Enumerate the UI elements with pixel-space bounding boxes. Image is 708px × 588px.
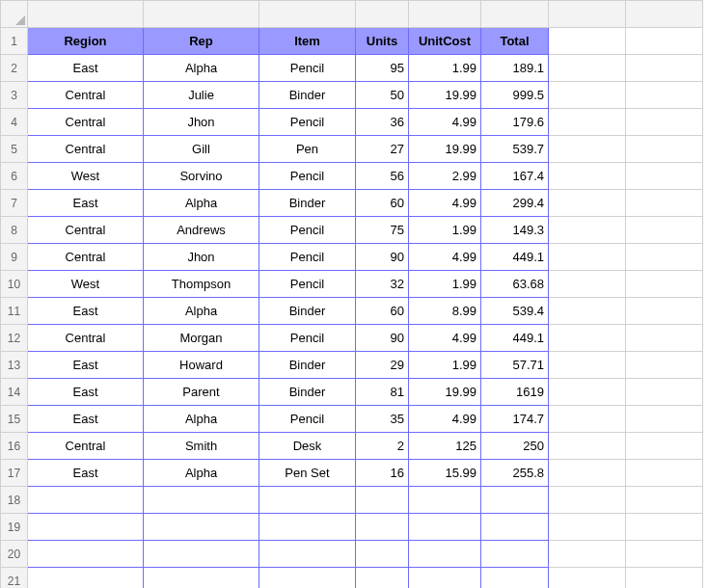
data-cell[interactable]: Alpha [144, 190, 259, 217]
empty-data-cell[interactable] [481, 487, 549, 514]
data-cell[interactable]: 95 [356, 55, 409, 82]
data-cell[interactable]: 1.99 [409, 271, 481, 298]
empty-data-cell[interactable] [356, 487, 409, 514]
data-cell[interactable]: 1619 [481, 379, 549, 406]
column-header[interactable] [549, 1, 626, 28]
empty-cell[interactable] [549, 271, 626, 298]
row-header[interactable]: 10 [1, 271, 28, 298]
data-cell[interactable]: Central [28, 433, 144, 460]
data-cell[interactable]: Central [28, 136, 144, 163]
column-header[interactable] [481, 1, 549, 28]
empty-cell[interactable] [626, 514, 703, 541]
data-cell[interactable]: 539.7 [481, 136, 549, 163]
empty-cell[interactable] [549, 136, 626, 163]
data-cell[interactable]: 90 [356, 325, 409, 352]
empty-data-cell[interactable] [356, 541, 409, 568]
empty-data-cell[interactable] [356, 568, 409, 589]
row-header[interactable]: 16 [1, 433, 28, 460]
data-cell[interactable]: 27 [356, 136, 409, 163]
data-cell[interactable]: Binder [259, 82, 356, 109]
data-cell[interactable]: Central [28, 244, 144, 271]
data-cell[interactable]: Central [28, 217, 144, 244]
data-cell[interactable]: 189.1 [481, 55, 549, 82]
data-cell[interactable]: Binder [259, 190, 356, 217]
empty-cell[interactable] [549, 379, 626, 406]
data-cell[interactable]: Binder [259, 352, 356, 379]
table-header-cell[interactable]: Rep [144, 28, 259, 55]
empty-cell[interactable] [626, 352, 703, 379]
empty-data-cell[interactable] [481, 541, 549, 568]
data-cell[interactable]: 299.4 [481, 190, 549, 217]
data-cell[interactable]: 4.99 [409, 190, 481, 217]
data-cell[interactable]: Sorvino [144, 163, 259, 190]
empty-data-cell[interactable] [356, 514, 409, 541]
data-cell[interactable]: West [28, 163, 144, 190]
data-cell[interactable]: 449.1 [481, 244, 549, 271]
column-header[interactable] [409, 1, 481, 28]
table-header-cell[interactable]: Total [481, 28, 549, 55]
empty-cell[interactable] [626, 190, 703, 217]
empty-cell[interactable] [626, 136, 703, 163]
data-cell[interactable]: 35 [356, 406, 409, 433]
data-cell[interactable]: Alpha [144, 298, 259, 325]
data-cell[interactable]: Pencil [259, 244, 356, 271]
empty-data-cell[interactable] [259, 568, 356, 589]
data-cell[interactable]: Morgan [144, 325, 259, 352]
empty-cell[interactable] [626, 163, 703, 190]
row-header[interactable]: 5 [1, 136, 28, 163]
data-cell[interactable]: 19.99 [409, 136, 481, 163]
data-cell[interactable]: 255.8 [481, 460, 549, 487]
data-cell[interactable]: Binder [259, 379, 356, 406]
row-header[interactable]: 4 [1, 109, 28, 136]
data-cell[interactable]: Central [28, 109, 144, 136]
data-cell[interactable]: Thompson [144, 271, 259, 298]
row-header[interactable]: 15 [1, 406, 28, 433]
data-cell[interactable]: East [28, 460, 144, 487]
empty-cell[interactable] [626, 298, 703, 325]
empty-cell[interactable] [549, 460, 626, 487]
data-cell[interactable]: 2 [356, 433, 409, 460]
row-header[interactable]: 2 [1, 55, 28, 82]
row-header[interactable]: 6 [1, 163, 28, 190]
data-cell[interactable]: 57.71 [481, 352, 549, 379]
data-cell[interactable]: Alpha [144, 460, 259, 487]
data-cell[interactable]: 539.4 [481, 298, 549, 325]
data-cell[interactable]: East [28, 190, 144, 217]
empty-cell[interactable] [549, 514, 626, 541]
data-cell[interactable]: Smith [144, 433, 259, 460]
data-cell[interactable]: Desk [259, 433, 356, 460]
data-cell[interactable]: 81 [356, 379, 409, 406]
empty-cell[interactable] [549, 433, 626, 460]
data-cell[interactable]: Pencil [259, 163, 356, 190]
row-header[interactable]: 12 [1, 325, 28, 352]
data-cell[interactable]: Central [28, 82, 144, 109]
data-cell[interactable]: 50 [356, 82, 409, 109]
column-header[interactable] [259, 1, 356, 28]
data-cell[interactable]: Pencil [259, 109, 356, 136]
data-cell[interactable]: Pen Set [259, 460, 356, 487]
row-header[interactable]: 8 [1, 217, 28, 244]
empty-data-cell[interactable] [144, 541, 259, 568]
empty-cell[interactable] [626, 541, 703, 568]
data-cell[interactable]: Central [28, 325, 144, 352]
empty-data-cell[interactable] [409, 541, 481, 568]
empty-cell[interactable] [626, 244, 703, 271]
empty-cell[interactable] [549, 325, 626, 352]
table-header-cell[interactable]: Item [259, 28, 356, 55]
data-cell[interactable]: Pencil [259, 325, 356, 352]
empty-cell[interactable] [549, 163, 626, 190]
data-cell[interactable]: Pencil [259, 406, 356, 433]
data-cell[interactable]: 999.5 [481, 82, 549, 109]
empty-cell[interactable] [549, 244, 626, 271]
row-header[interactable]: 3 [1, 82, 28, 109]
data-cell[interactable]: 60 [356, 190, 409, 217]
empty-cell[interactable] [549, 55, 626, 82]
data-cell[interactable]: Gill [144, 136, 259, 163]
data-cell[interactable]: Jhon [144, 109, 259, 136]
data-cell[interactable]: East [28, 379, 144, 406]
data-cell[interactable]: 2.99 [409, 163, 481, 190]
empty-cell[interactable] [626, 568, 703, 589]
data-cell[interactable]: 167.4 [481, 163, 549, 190]
column-header[interactable] [144, 1, 259, 28]
empty-data-cell[interactable] [409, 514, 481, 541]
